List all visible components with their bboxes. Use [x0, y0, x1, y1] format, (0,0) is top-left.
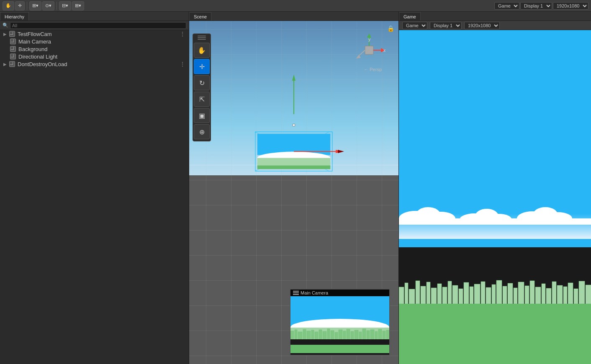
camera-preview-menu-icon: [293, 291, 299, 295]
game-tab[interactable]: Game: [399, 12, 421, 21]
svg-rect-32: [370, 330, 374, 339]
svg-rect-48: [405, 283, 408, 304]
svg-rect-81: [586, 285, 591, 304]
scene-gizmo[interactable]: x y: [352, 33, 386, 67]
svg-rect-64: [492, 285, 496, 304]
preview-ground: [290, 345, 389, 353]
resolution-dropdown[interactable]: 1920x1080: [553, 2, 588, 10]
pivot-btn[interactable]: ⊞▾: [29, 1, 41, 10]
tool-palette: ✋ ✛ ↻ ⇱ ▣ ⊕: [193, 33, 211, 141]
snap2-btn[interactable]: ⊞▾: [72, 1, 84, 10]
rotate-tool-button[interactable]: ↻: [194, 75, 210, 90]
svg-rect-54: [437, 284, 442, 304]
global-btn[interactable]: ⊙▾: [42, 1, 54, 10]
svg-rect-36: [386, 330, 389, 339]
game-header: Game Display 1 1920x1080: [399, 21, 591, 30]
preview-city: [290, 328, 389, 339]
svg-rect-52: [427, 282, 430, 304]
svg-rect-25: [343, 331, 346, 339]
svg-rect-22: [331, 331, 334, 339]
svg-rect-70: [525, 286, 529, 304]
top-toolbar: ✋ ✛ ⊞▾ ⊙▾ ⊟▾ ⊞▾ Game Display 1 1920x1080: [0, 0, 591, 12]
scene-tab-strip: Scene: [189, 12, 398, 21]
snap-btn[interactable]: ⊟▾: [59, 1, 71, 10]
hierarchy-item-background[interactable]: Background: [0, 45, 189, 53]
hand-tool-btn[interactable]: ✋: [3, 1, 14, 10]
more-icon-testflowcam[interactable]: ⋮: [180, 31, 185, 37]
svg-rect-67: [508, 283, 513, 304]
svg-rect-23: [335, 332, 338, 339]
scene-tab-label: Scene: [194, 14, 207, 19]
hierarchy-tab[interactable]: Hierarchy: [0, 12, 29, 21]
svg-rect-29: [359, 332, 362, 339]
svg-rect-21: [327, 329, 330, 339]
svg-rect-15: [303, 329, 306, 339]
svg-rect-65: [496, 280, 502, 304]
svg-rect-58: [459, 289, 463, 304]
svg-rect-74: [546, 288, 551, 304]
hierarchy-search-bar: 🔍: [0, 21, 189, 30]
gizmo-x-label: x: [383, 48, 385, 53]
center-dot-top: [293, 124, 295, 126]
svg-rect-72: [535, 287, 541, 304]
scene-area: Scene Shaded ▾ 2D ☀ 🔊 ✦ 🔒: [189, 12, 398, 364]
transform-tool-button[interactable]: ⊕: [194, 124, 210, 139]
svg-rect-47: [399, 287, 404, 304]
toolbar-sep-2: [57, 2, 57, 10]
toolbar-right-group: Game Display 1 1920x1080: [494, 2, 588, 10]
rect-tool-button[interactable]: ▣: [194, 108, 210, 123]
svg-rect-62: [481, 282, 485, 304]
svg-rect-51: [421, 286, 426, 304]
game-dropdown[interactable]: Game: [494, 2, 519, 10]
game-res-dropdown[interactable]: 1920x1080: [464, 22, 500, 29]
display-dropdown[interactable]: Display 1: [520, 2, 552, 10]
cube-icon-background: [10, 46, 16, 52]
svg-rect-16: [307, 331, 311, 339]
hierarchy-tab-strip: Hierarchy: [0, 12, 189, 21]
svg-rect-27: [351, 331, 354, 339]
hierarchy-item-label-background: Background: [18, 46, 47, 52]
svg-rect-78: [568, 283, 573, 304]
hierarchy-item-main-camera[interactable]: Main Camera: [0, 38, 189, 45]
svg-rect-28: [355, 330, 358, 339]
svg-rect-73: [542, 284, 545, 304]
hierarchy-tab-label: Hierarchy: [5, 14, 24, 19]
scale-tool-button[interactable]: ⇱: [194, 92, 210, 107]
camera-preview-title: Main Camera: [301, 290, 328, 295]
hierarchy-search-input[interactable]: [10, 22, 186, 29]
toolbar-left-group: ✋ ✛ ⊞▾ ⊙▾ ⊟▾ ⊞▾: [3, 1, 84, 10]
svg-rect-14: [298, 332, 302, 339]
hierarchy-item-directional-light[interactable]: Directional Light: [0, 53, 189, 60]
persp-label: ← Persp: [364, 67, 382, 72]
hierarchy-item-testflowcam[interactable]: ▶ TestFllowCam ⋮: [0, 30, 189, 38]
hand-tool-button[interactable]: ✋: [194, 43, 210, 58]
game-display-dropdown[interactable]: Display 1: [430, 22, 462, 29]
move-tool-btn[interactable]: ✛: [15, 1, 25, 10]
hierarchy-item-label-dont-destroy: DontDestroyOnLoad: [18, 61, 67, 67]
hierarchy-item-label-testflowcam: TestFllowCam: [18, 31, 52, 37]
lock-icon: 🔒: [387, 25, 394, 32]
svg-rect-19: [319, 330, 322, 339]
svg-rect-56: [448, 281, 452, 304]
search-icon: 🔍: [3, 23, 8, 28]
svg-rect-57: [452, 285, 458, 304]
scene-tab[interactable]: Scene: [189, 12, 211, 21]
hierarchy-list: ▶ TestFllowCam ⋮ Main Camera Backgrou: [0, 30, 189, 68]
game-view-canvas[interactable]: [399, 30, 591, 364]
move-tool-button[interactable]: ✛: [194, 59, 210, 74]
camera-preview-content: [290, 296, 389, 353]
toolbar-sep-1: [27, 2, 27, 10]
game-view-dropdown[interactable]: Game: [402, 22, 427, 29]
hierarchy-item-dont-destroy[interactable]: ▶ DontDestroyOnLoad ⋮: [0, 60, 189, 68]
svg-rect-80: [579, 281, 585, 304]
cube-icon-main-camera: [10, 38, 16, 44]
svg-rect-18: [315, 332, 318, 339]
camera-preview-header: Main Camera: [290, 290, 389, 296]
svg-rect-17: [311, 330, 314, 339]
more-icon-dont-destroy[interactable]: ⋮: [180, 61, 185, 67]
svg-rect-30: [362, 329, 366, 339]
svg-rect-34: [378, 329, 382, 339]
scene-canvas[interactable]: 🔒 x y: [189, 21, 398, 364]
svg-rect-49: [409, 289, 415, 304]
gizmo-y-label: y: [368, 37, 370, 42]
